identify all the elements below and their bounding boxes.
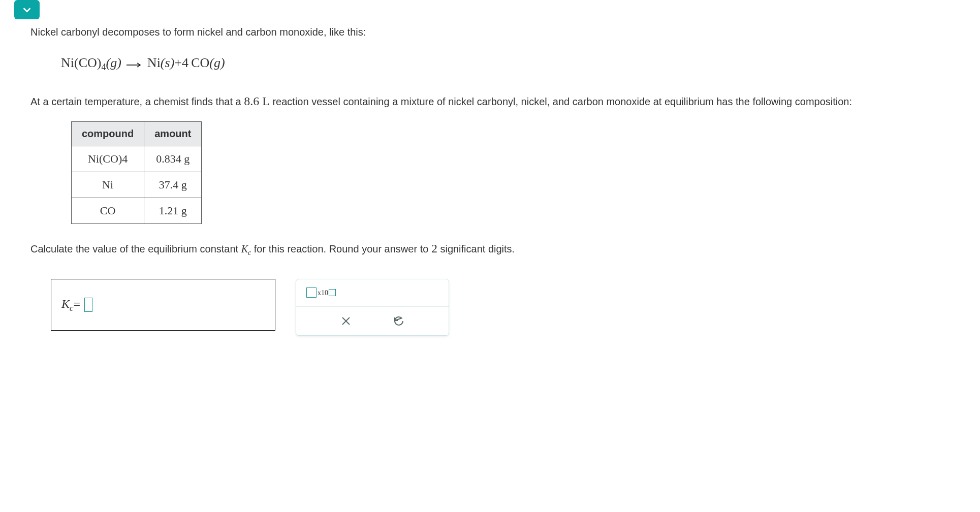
answer-input-box[interactable]: Kc =	[51, 279, 275, 331]
answer-sub: c	[70, 303, 73, 312]
collapse-toggle[interactable]	[14, 0, 40, 19]
cell-amount: 37.4 g	[144, 172, 202, 198]
volume-value: 8.6 L	[244, 94, 270, 108]
answer-equals: =	[73, 295, 80, 314]
table-row: Ni(CO)4 0.834 g	[72, 146, 202, 172]
cell-amount: 0.834 g	[144, 146, 202, 172]
table-header-compound: compound	[72, 121, 144, 146]
cell-compound: Ni(CO)4	[72, 146, 144, 172]
context-post: reaction vessel containing a mixture of …	[270, 96, 852, 107]
eq-coef: 4	[182, 55, 188, 70]
answer-k: K	[61, 297, 70, 310]
answer-placeholder-box[interactable]	[84, 298, 92, 312]
cell-amount: 1.21 g	[144, 198, 202, 223]
kc-k: K	[241, 243, 248, 254]
composition-table: compound amount Ni(CO)4 0.834 g Ni 37.4 …	[71, 121, 202, 224]
question-prompt: Calculate the value of the equilibrium c…	[30, 239, 970, 259]
scientific-notation-button[interactable]: x10	[306, 287, 336, 299]
exponent-box-icon	[329, 289, 336, 296]
context-pre: At a certain temperature, a chemist find…	[30, 96, 244, 107]
clear-button[interactable]	[340, 315, 352, 327]
coefficient-box-icon	[306, 287, 317, 298]
reset-button[interactable]	[393, 315, 405, 327]
reaction-equation: Ni(CO)4(g) Ni(s)+4 CO(g)	[61, 53, 970, 74]
eq-product2: CO	[191, 55, 209, 70]
sig-digits: 2	[431, 242, 437, 255]
eq-product1: Ni	[147, 55, 161, 70]
kc-symbol: Kc	[241, 243, 251, 254]
table-row: CO 1.21 g	[72, 198, 202, 223]
eq-plus: +	[174, 55, 182, 70]
prompt-pre: Calculate the value of the equilibrium c…	[30, 243, 241, 254]
chevron-down-icon	[21, 4, 33, 15]
prompt-mid: for this reaction. Round your answer to	[251, 243, 431, 254]
intro-text: Nickel carbonyl decomposes to form nicke…	[30, 24, 970, 40]
arrow-icon	[127, 54, 142, 74]
table-header-amount: amount	[144, 121, 202, 146]
eq-reactant: Ni(CO)	[61, 55, 101, 70]
eq-reactant-phase: (g)	[106, 55, 121, 70]
cell-compound: CO	[72, 198, 144, 223]
eq-reactant-sub: 4	[101, 62, 106, 72]
answer-label: Kc	[61, 295, 73, 315]
x10-label: x10	[318, 287, 328, 299]
cell-compound: Ni	[72, 172, 144, 198]
context-paragraph: At a certain temperature, a chemist find…	[30, 92, 970, 111]
eq-product1-phase: (s)	[161, 55, 174, 70]
close-icon	[340, 315, 352, 327]
prompt-post: significant digits.	[437, 243, 515, 254]
eq-product2-phase: (g)	[209, 55, 225, 70]
table-header-row: compound amount	[72, 121, 202, 146]
undo-icon	[393, 315, 405, 327]
table-row: Ni 37.4 g	[72, 172, 202, 198]
tool-panel: x10	[296, 279, 449, 336]
